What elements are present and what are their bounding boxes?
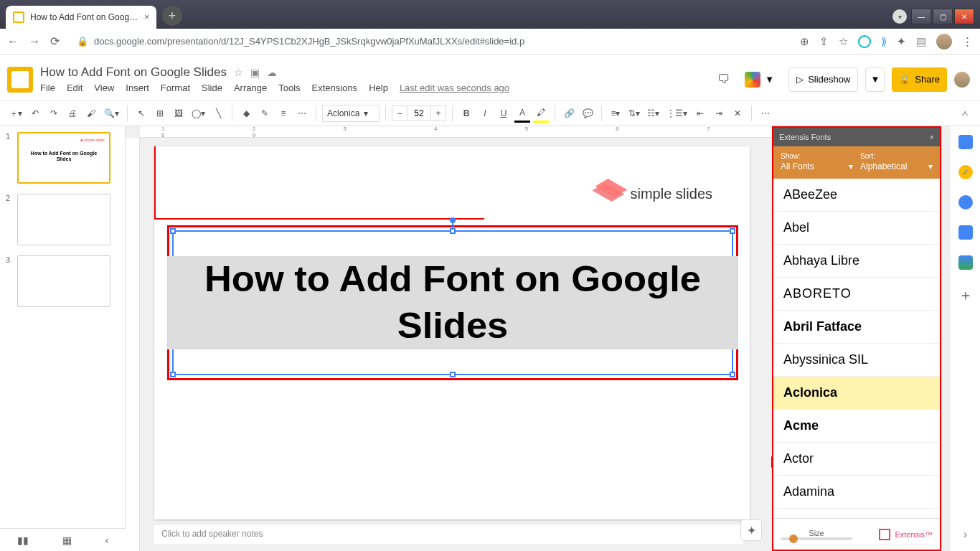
font-item-abel[interactable]: Abel	[773, 212, 940, 245]
doc-title[interactable]: How to Add Font on Google Slides	[40, 65, 227, 80]
window-close[interactable]: ✕	[954, 9, 974, 24]
grid-view-icon[interactable]: ▦	[62, 534, 72, 546]
border-dash[interactable]: ⋯	[294, 104, 310, 123]
extension-1-icon[interactable]	[858, 35, 871, 48]
select-tool[interactable]: ↖	[133, 104, 149, 123]
menu-help[interactable]: Help	[369, 83, 388, 93]
window-maximize[interactable]: ▢	[933, 9, 953, 24]
redo-button[interactable]: ↷	[46, 104, 62, 123]
extensis-brand[interactable]: Extensis™	[879, 529, 933, 540]
reload-icon[interactable]: ⟳	[50, 34, 60, 48]
reading-list-icon[interactable]: ▤	[916, 35, 926, 48]
share-button[interactable]: 🔒 Share	[892, 67, 947, 92]
size-input[interactable]	[407, 105, 430, 121]
tab-close-icon[interactable]: ×	[144, 12, 149, 22]
resize-handle[interactable]	[450, 228, 456, 234]
font-list[interactable]: ABeeZee Abel Abhaya Libre ABORETO Abril …	[773, 179, 940, 518]
star-icon[interactable]: ☆	[234, 67, 243, 78]
line-spacing-button[interactable]: ⇅▾	[626, 104, 642, 123]
textbox-tool[interactable]: ⊞	[152, 104, 168, 123]
hide-rail-icon[interactable]: ›	[963, 528, 967, 541]
cast-icon[interactable]: ⟫	[881, 35, 887, 48]
new-tab-button[interactable]: +	[162, 6, 182, 26]
contacts-icon[interactable]	[958, 225, 973, 240]
more-button[interactable]: ⋯	[758, 104, 773, 123]
menu-tools[interactable]: Tools	[278, 83, 300, 93]
align-button[interactable]: ≡▾	[608, 104, 623, 123]
menu-insert[interactable]: Insert	[126, 83, 149, 93]
url-field[interactable]: 🔒 docs.google.com/presentation/d/12J_S4Y…	[70, 36, 790, 47]
size-slider[interactable]	[781, 537, 852, 540]
slide-thumb-2[interactable]	[17, 194, 110, 245]
panel-scrollbar[interactable]	[941, 126, 950, 551]
underline-button[interactable]: U	[496, 104, 512, 123]
hide-menus-icon[interactable]: ㅅ	[957, 104, 973, 123]
title-textbox[interactable]: How to Add Font on Google Slides	[172, 230, 733, 375]
account-chip[interactable]: ▾	[892, 9, 907, 24]
forward-icon[interactable]: →	[29, 35, 40, 48]
highlight-color[interactable]: 🖍	[533, 104, 549, 123]
account-avatar[interactable]	[954, 72, 970, 88]
font-item-abril[interactable]: Abril Fatface	[773, 311, 940, 344]
size-increase[interactable]: +	[430, 105, 446, 121]
print-button[interactable]: 🖨	[65, 104, 80, 123]
slide-thumb-3[interactable]	[17, 255, 110, 307]
keep-icon[interactable]	[958, 165, 973, 179]
zoom-button[interactable]: 🔍▾	[102, 104, 121, 123]
slide-canvas[interactable]: simple slides How to Add Font on Google …	[154, 146, 750, 519]
kebab-icon[interactable]: ⋮	[962, 35, 973, 48]
zoom-icon[interactable]: ⊕	[800, 35, 809, 48]
font-item-actor[interactable]: Actor	[773, 443, 940, 476]
font-item-abeezee[interactable]: ABeeZee	[773, 179, 940, 212]
numbered-list-button[interactable]: ☷▾	[645, 104, 661, 123]
show-dropdown[interactable]: All Fonts▾	[781, 161, 853, 171]
comment-button[interactable]: 💬	[580, 104, 595, 123]
meet-button[interactable]: ▼	[738, 67, 781, 92]
paint-format-button[interactable]: 🖌	[83, 104, 99, 123]
font-item-acme[interactable]: Acme	[773, 410, 940, 443]
slide-thumb-1[interactable]: ◆ simple slides How to Add Font on Googl…	[17, 132, 110, 184]
text-color[interactable]: A	[514, 104, 530, 123]
tasks-icon[interactable]	[958, 195, 973, 209]
indent-decrease[interactable]: ⇤	[692, 104, 708, 123]
bold-button[interactable]: B	[458, 104, 474, 123]
title-text[interactable]: How to Add Font on Google Slides	[167, 256, 738, 349]
menu-file[interactable]: File	[40, 83, 55, 93]
slides-logo[interactable]	[7, 67, 33, 93]
comments-icon[interactable]: 🗨	[717, 72, 730, 87]
size-decrease[interactable]: −	[392, 105, 407, 121]
maps-icon[interactable]	[958, 255, 973, 270]
resize-handle[interactable]	[170, 228, 176, 234]
collapse-icon[interactable]: ‹	[105, 534, 109, 546]
font-dropdown[interactable]: Aclonica▾	[322, 105, 380, 122]
cloud-icon[interactable]: ☁	[267, 67, 277, 78]
link-button[interactable]: 🔗	[561, 104, 577, 123]
menu-extensions[interactable]: Extensions	[312, 83, 358, 93]
profile-avatar[interactable]	[936, 34, 952, 50]
calendar-icon[interactable]	[958, 135, 973, 149]
new-slide-button[interactable]: ＋▾	[7, 104, 24, 123]
font-item-aboreto[interactable]: ABORETO	[773, 278, 940, 311]
back-icon[interactable]: ←	[7, 35, 19, 48]
menu-slide[interactable]: Slide	[202, 83, 222, 93]
menu-arrange[interactable]: Arrange	[234, 83, 267, 93]
sort-dropdown[interactable]: Alphabetical▾	[860, 161, 933, 171]
font-item-abyssinica[interactable]: Abyssinica SIL	[773, 344, 940, 377]
line-tool[interactable]: ╲	[210, 104, 226, 123]
addons-plus-icon[interactable]: ＋	[958, 286, 973, 305]
last-edit[interactable]: Last edit was seconds ago	[400, 83, 509, 93]
panel-close-icon[interactable]: ×	[930, 133, 934, 141]
border-weight[interactable]: ≡	[275, 104, 291, 123]
share-url-icon[interactable]: ⇪	[819, 35, 829, 48]
browser-tab[interactable]: How to Add Font on Google Slides ×	[6, 6, 156, 29]
filmstrip-view-icon[interactable]: ▮▮	[17, 534, 29, 546]
rotate-handle[interactable]	[450, 217, 456, 223]
resize-handle[interactable]	[450, 372, 456, 377]
menu-format[interactable]: Format	[161, 83, 190, 93]
slideshow-dropdown[interactable]: ▼	[865, 67, 885, 92]
speaker-notes[interactable]: Click to add speaker notes	[154, 524, 743, 544]
fill-color[interactable]: ◆	[238, 104, 254, 123]
resize-handle[interactable]	[170, 372, 176, 377]
resize-handle[interactable]	[730, 228, 735, 234]
italic-button[interactable]: I	[477, 104, 493, 123]
